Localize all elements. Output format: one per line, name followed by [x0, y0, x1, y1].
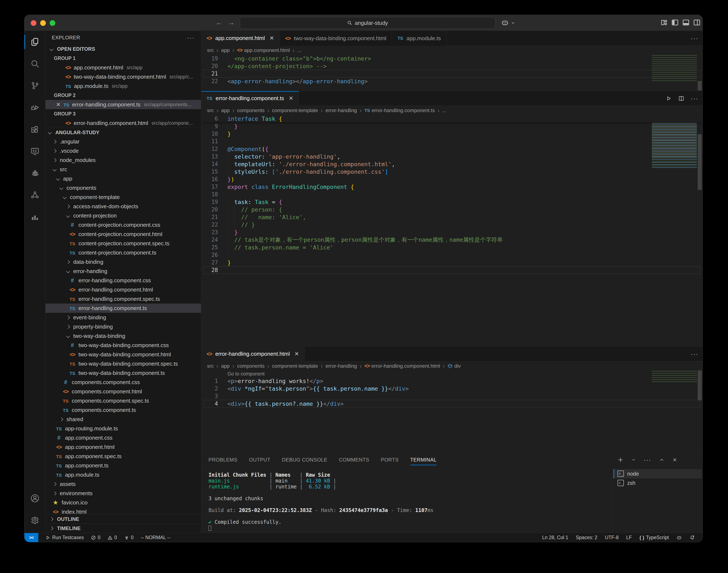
code-line-21[interactable]: 21: [201, 70, 703, 77]
activity-bar-run-and-debug-icon[interactable]: [24, 97, 45, 118]
navigate-back-button[interactable]: ←: [215, 19, 223, 27]
tree-item[interactable]: shared: [45, 415, 201, 424]
tree-item[interactable]: content-projection: [45, 211, 201, 220]
code-line-13[interactable]: 13 selector: 'app-error-handling',: [201, 153, 703, 160]
tree-item[interactable]: #app.component.css: [45, 433, 201, 442]
status-indentation[interactable]: Spaces: 2: [576, 535, 597, 540]
activity-bar-remote-explorer-icon[interactable]: [24, 140, 45, 162]
tree-item[interactable]: TSerror-handling.component.ts: [45, 304, 201, 313]
activity-bar-search-icon[interactable]: [24, 53, 45, 75]
code-line-20[interactable]: 20</app-content-projection> -->: [201, 62, 703, 70]
status-eol[interactable]: LF: [626, 535, 632, 540]
customize-layout-icon[interactable]: [660, 19, 668, 26]
tree-item[interactable]: #error-handling.component.css: [45, 276, 201, 285]
status-warnings[interactable]: 0: [107, 535, 117, 540]
toggle-primary-sidebar-icon[interactable]: [671, 19, 679, 26]
open-editor-item[interactable]: <>app.component.htmlsrc/app: [45, 63, 201, 72]
tree-item[interactable]: <>error-handling.component.html: [45, 285, 201, 294]
tree-item[interactable]: ★favicon.ico: [45, 498, 201, 507]
status-ports[interactable]: 0: [124, 535, 134, 540]
activity-bar-source-control-icon[interactable]: [24, 75, 45, 97]
panel-tab-output[interactable]: OUTPUT: [249, 453, 270, 467]
explorer-more-actions-icon[interactable]: ···: [187, 34, 195, 41]
code-line-16[interactable]: 16}): [201, 175, 703, 183]
status-notifications[interactable]: [689, 535, 695, 540]
tree-item[interactable]: TSapp-routing.module.ts: [45, 424, 201, 433]
tree-item[interactable]: <>components.component.html: [45, 387, 201, 396]
tree-root-angular-study[interactable]: ANGULAR-STUDY: [45, 128, 201, 137]
code-line-22[interactable]: 22<app-error-handling></app-error-handli…: [201, 77, 703, 85]
status-errors[interactable]: 0: [91, 535, 100, 540]
activity-bar-settings-icon[interactable]: [24, 509, 45, 531]
status-copilot[interactable]: [676, 535, 682, 540]
code-line-9[interactable]: 9 }: [201, 122, 703, 130]
scrollbar[interactable]: [697, 91, 703, 346]
open-editor-item[interactable]: <>two-way-data-binding.component.htmlsrc…: [45, 72, 201, 82]
breadcrumbs[interactable]: src›app›components›component-template›er…: [201, 361, 703, 370]
status-run-testcases[interactable]: Run Testcases: [45, 535, 84, 540]
activity-bar-accounts-icon[interactable]: [24, 487, 45, 509]
open-editors-section[interactable]: OPEN EDITORS: [45, 44, 201, 54]
activity-bar-extensions-icon[interactable]: [24, 118, 45, 140]
copilot-icon[interactable]: [501, 19, 509, 27]
new-terminal-icon[interactable]: [618, 457, 623, 463]
tree-item[interactable]: assets: [45, 479, 201, 489]
close-tab-icon[interactable]: ✕: [289, 95, 293, 102]
code-line-19[interactable]: 19 task: Task = {: [201, 198, 703, 206]
code-line-25[interactable]: 25 // task.person.name = 'Alice': [201, 244, 703, 251]
close-tab-icon[interactable]: ✕: [269, 35, 274, 42]
tree-item[interactable]: TScomponents.component.spec.ts: [45, 396, 201, 405]
code-line-19[interactable]: 19 <ng-container class="b">b</ng-contain…: [201, 55, 703, 62]
status-cursor-position[interactable]: Ln 28, Col 1: [542, 535, 568, 540]
tree-item[interactable]: error-handling: [45, 266, 201, 276]
panel-tab-ports[interactable]: PORTS: [381, 453, 399, 467]
command-center-search[interactable]: angular-study: [240, 17, 495, 29]
code-line-22[interactable]: 22 // }: [201, 221, 703, 228]
code-line-15[interactable]: 15 styleUrls: ['./error-handling.compone…: [201, 168, 703, 175]
tree-item[interactable]: #components.component.css: [45, 377, 201, 387]
code-line-6[interactable]: 6interface Task {: [201, 115, 703, 122]
code-line-3[interactable]: 3: [201, 392, 703, 400]
tree-item[interactable]: environments: [45, 489, 201, 498]
breadcrumbs[interactable]: src›app›<>app.component.html›...: [201, 46, 703, 55]
tree-item[interactable]: TSapp.component.spec.ts: [45, 452, 201, 461]
code-line-20[interactable]: 20 // person: {: [201, 206, 703, 213]
tab-error-handling.component.html[interactable]: <>error-handling.component.html✕: [201, 347, 305, 361]
code-line-4[interactable]: 4<div>{{ task.person?.name }}</div>: [201, 400, 703, 408]
toggle-secondary-sidebar-icon[interactable]: [693, 19, 700, 26]
panel-tab-problems[interactable]: PROBLEMS: [209, 453, 237, 467]
terminal-instance-zsh[interactable]: >_zsh: [613, 478, 702, 487]
activity-bar-test-results-icon[interactable]: [24, 206, 45, 228]
open-editor-item[interactable]: ✕TSerror-handling.component.tssrc/app/co…: [45, 100, 201, 109]
tree-item[interactable]: src: [45, 165, 201, 174]
tree-item[interactable]: <>app.component.html: [45, 442, 201, 452]
chevron-down-icon[interactable]: [511, 21, 515, 25]
tree-item[interactable]: app: [45, 174, 201, 183]
navigate-forward-button[interactable]: →: [227, 19, 235, 27]
tree-item[interactable]: data-binding: [45, 257, 201, 266]
terminal-instance-node[interactable]: >_node: [613, 469, 702, 478]
code-line-18[interactable]: 18: [201, 191, 703, 198]
tree-item[interactable]: two-way-data-binding: [45, 331, 201, 341]
code-line-26[interactable]: 26: [201, 251, 703, 259]
timeline-section[interactable]: TIMELINE: [45, 524, 201, 533]
tree-item[interactable]: .vscode: [45, 146, 201, 155]
tree-item[interactable]: <>content-projection.component.html: [45, 229, 201, 239]
tab-two-way-data-binding.component.html[interactable]: <>two-way-data-binding.component.html: [280, 31, 392, 46]
code-line-2[interactable]: 2<div *ngIf="task.person">{{ task.person…: [201, 385, 703, 392]
tree-item[interactable]: TScomponents.component.ts: [45, 405, 201, 415]
tree-item[interactable]: TScontent-projection.component.spec.ts: [45, 239, 201, 248]
tree-item[interactable]: #content-projection.component.css: [45, 220, 201, 229]
code-lens-go-to-component[interactable]: Go to component: [201, 370, 703, 377]
tree-item[interactable]: #two-way-data-binding.component.css: [45, 341, 201, 350]
scrollbar[interactable]: [697, 347, 703, 453]
tree-item[interactable]: TStwo-way-data-binding.component.ts: [45, 368, 201, 377]
tree-item[interactable]: TScontent-projection.component.ts: [45, 248, 201, 257]
status-vim-mode[interactable]: -- NORMAL --: [141, 535, 170, 540]
scrollbar[interactable]: [697, 31, 703, 91]
tree-item[interactable]: property-binding: [45, 322, 201, 331]
tree-item[interactable]: components: [45, 183, 201, 193]
activity-bar-kubernetes-icon[interactable]: [24, 184, 45, 206]
tree-item[interactable]: TSapp.module.ts: [45, 470, 201, 479]
close-editor-icon[interactable]: ✕: [56, 101, 61, 108]
